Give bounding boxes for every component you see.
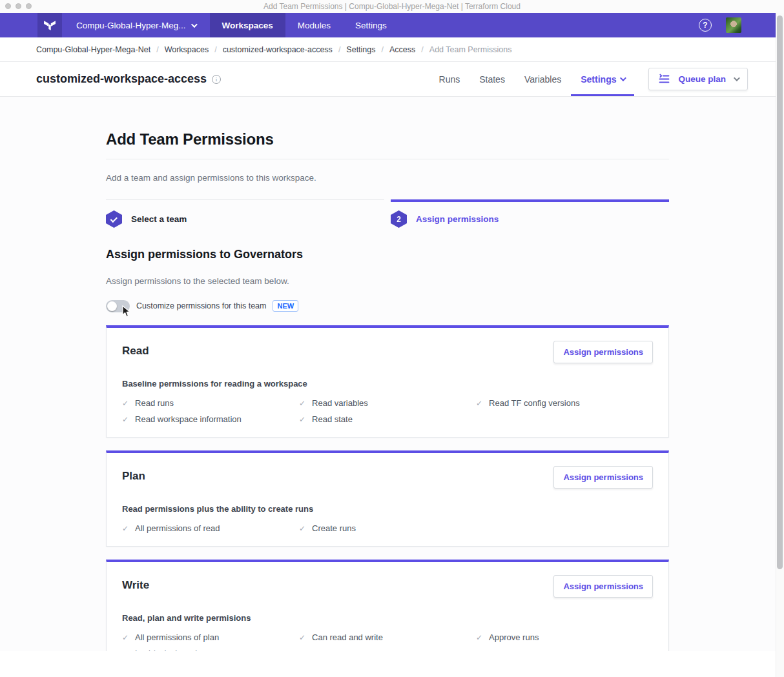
nav-item-modules[interactable]: Modules [285, 13, 343, 37]
step-select-a-team[interactable]: Select a team [106, 199, 384, 228]
assign-permissions-button[interactable]: Assign permissions [553, 341, 653, 363]
breadcrumb-separator: / [421, 45, 423, 54]
assign-permissions-button[interactable]: Assign permissions [553, 466, 653, 489]
wizard-steps: Select a team 2 Assign permissions [106, 199, 669, 228]
org-switcher[interactable]: Compu-Global-Hyper-Meg... [62, 13, 210, 37]
toggle-knob [107, 301, 117, 311]
check-icon: ✓ [122, 524, 129, 533]
tab-label: States [479, 74, 505, 85]
permission-item-label: Read TF config versions [489, 398, 580, 408]
permission-item: ✓ All permissions of plan [122, 632, 299, 642]
breadcrumb-item[interactable]: customized-workspace-access [223, 45, 333, 54]
check-icon: ✓ [122, 399, 129, 408]
queue-plan-button[interactable]: Queue plan [648, 68, 748, 90]
check-icon: ✓ [476, 399, 482, 408]
tab-label: Variables [524, 74, 561, 85]
permission-list: ✓ Read runs ✓ Read variables ✓ Read TF c… [122, 398, 653, 424]
breadcrumb-separator: / [156, 45, 158, 54]
permission-item: ✓ Read TF config versions [476, 398, 653, 408]
customize-permissions-row: Customize permissions for this team NEW [106, 299, 669, 312]
org-switcher-label: Compu-Global-Hyper-Meg... [76, 21, 186, 30]
workspace-name: customized-workspace-access [36, 72, 207, 86]
permission-card: Read Assign permissions Baseline permiss… [106, 325, 669, 438]
permission-card-subtitle: Read permissions plus the ability to cre… [122, 504, 653, 514]
breadcrumb-separator: / [338, 45, 340, 54]
page-intro: Add a team and assign permissions to thi… [106, 173, 669, 183]
step-label: Assign permissions [416, 214, 499, 224]
main-content: Add Team Permissions Add a team and assi… [0, 97, 784, 651]
permission-item-label: All permissions of plan [135, 632, 219, 642]
check-icon: ✓ [299, 633, 305, 642]
permission-card-title: Write [122, 579, 149, 592]
section-intro: Assign permissions to the selected team … [106, 276, 669, 286]
breadcrumb-item[interactable]: Workspaces [165, 45, 209, 54]
tab-settings[interactable]: Settings [571, 62, 634, 96]
permission-item: ✓ Read runs [122, 398, 299, 408]
permission-card: Plan Assign permissions Read permissions… [106, 450, 669, 547]
permission-item: ✓ Read workspace information [122, 414, 299, 424]
permission-item-label: Can read and write [312, 632, 383, 642]
permission-item: ✓ Can read and write [299, 632, 476, 642]
permission-list: ✓ All permissions of read ✓ Create runs [122, 523, 653, 533]
check-icon: ✓ [122, 633, 129, 642]
check-icon: ✓ [299, 399, 305, 408]
permission-item-label: Read state [312, 414, 353, 424]
permission-card-subtitle: Baseline permissions for reading a works… [122, 379, 653, 389]
breadcrumb-separator: / [382, 45, 384, 54]
minimize-window-icon[interactable] [15, 3, 21, 9]
new-badge: NEW [273, 300, 298, 312]
step-check-icon [106, 210, 122, 228]
breadcrumb-item: Add Team Permissions [429, 45, 512, 54]
permission-item: ✓ Create runs [299, 523, 476, 533]
breadcrumb-item[interactable]: Compu-Global-Hyper-Mega-Net [36, 45, 150, 54]
permission-item: ✓ Read variables [299, 398, 476, 408]
permission-item-label: Create runs [312, 523, 356, 533]
permission-card-title: Read [122, 345, 149, 358]
assign-permissions-button[interactable]: Assign permissions [553, 575, 653, 598]
app-navbar: Compu-Global-Hyper-Meg... WorkspacesModu… [0, 13, 784, 37]
customize-permissions-label: Customize permissions for this team [136, 301, 266, 310]
queue-plan-icon [658, 74, 670, 85]
user-avatar[interactable] [726, 17, 741, 33]
permission-item: ✓ All permissions of read [122, 523, 299, 533]
chevron-down-icon [734, 75, 740, 81]
info-icon[interactable]: i [212, 75, 221, 84]
help-icon[interactable]: ? [699, 19, 712, 32]
tab-states[interactable]: States [469, 62, 515, 96]
check-icon: ✓ [299, 524, 305, 533]
permission-item: ✓ Read state [299, 414, 476, 424]
tab-label: Settings [581, 74, 616, 85]
tab-label: Runs [439, 74, 460, 85]
queue-plan-label: Queue plan [678, 74, 726, 84]
permission-card: Write Assign permissions Read, plan and … [106, 560, 669, 651]
page-title: Add Team Permissions [106, 130, 669, 159]
permission-card-subtitle: Read, plan and write permisions [122, 613, 653, 623]
window-controls[interactable] [5, 3, 32, 9]
window-title: Add Team Permissions | Compu-Global-Hype… [263, 2, 521, 11]
step-assign-permissions[interactable]: 2 Assign permissions [391, 199, 669, 228]
customize-permissions-toggle[interactable] [106, 300, 130, 312]
terraform-logo[interactable] [37, 13, 62, 37]
permission-item-label: All permissions of read [135, 523, 220, 533]
permission-list: ✓ All permissions of plan ✓ Can read and… [122, 632, 653, 651]
window-titlebar: Add Team Permissions | Compu-Global-Hype… [0, 0, 784, 13]
nav-item-workspaces[interactable]: Workspaces [210, 13, 285, 37]
permission-item-label: Read workspace information [135, 414, 242, 424]
step-number-icon: 2 [391, 210, 407, 228]
close-window-icon[interactable] [5, 3, 11, 9]
permission-card-title: Plan [122, 470, 145, 483]
breadcrumb-item[interactable]: Settings [346, 45, 375, 54]
permission-item: ✓ Approve runs [476, 632, 653, 642]
tab-runs[interactable]: Runs [429, 62, 470, 96]
permission-item: ✓ Lock/unlock workspace [122, 649, 299, 651]
breadcrumb-item[interactable]: Access [389, 45, 415, 54]
permission-item-label: Read variables [312, 398, 368, 408]
check-icon: ✓ [299, 415, 305, 424]
scrollbar-thumb[interactable] [777, 15, 783, 569]
terraform-logo-icon [43, 18, 57, 32]
tab-variables[interactable]: Variables [515, 62, 571, 96]
zoom-window-icon[interactable] [26, 3, 32, 9]
nav-item-settings[interactable]: Settings [343, 13, 399, 37]
chevron-down-icon [620, 75, 626, 81]
step-label: Select a team [131, 214, 187, 224]
